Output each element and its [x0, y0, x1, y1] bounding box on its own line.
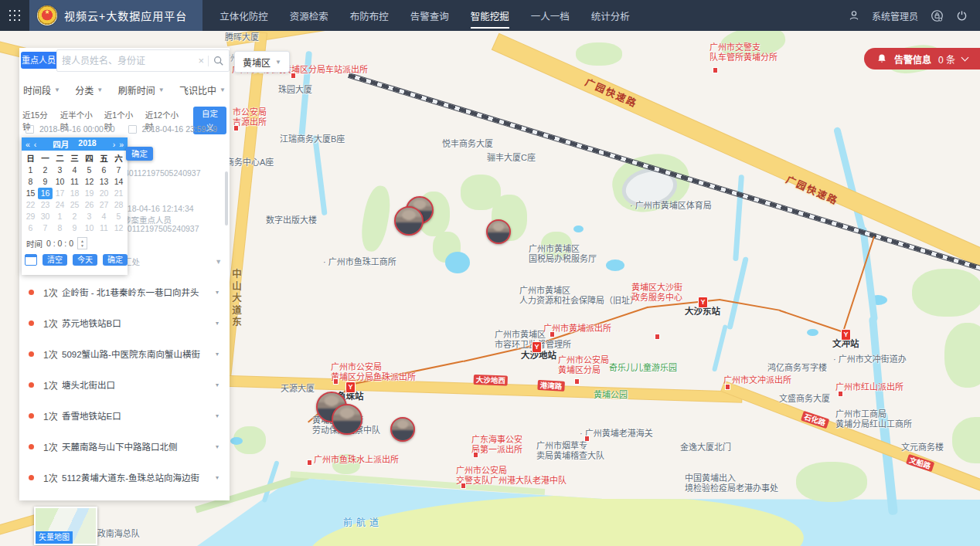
- nav-item-资源检索[interactable]: 资源检索: [290, 8, 328, 23]
- alert-bar[interactable]: 告警信息 0 条: [864, 48, 980, 70]
- person-face-marker[interactable]: [390, 417, 415, 442]
- calendar-day-cell[interactable]: 2: [38, 164, 53, 176]
- calendar-day-cell[interactable]: 2: [67, 211, 82, 222]
- calendar-day-cell[interactable]: 21: [111, 188, 126, 199]
- calendar-day-cell[interactable]: 16: [38, 188, 53, 199]
- nav-item-智能挖掘[interactable]: 智能挖掘: [471, 8, 509, 23]
- date-start-value[interactable]: 2018-04-16 00:00:00: [39, 124, 115, 134]
- nav-item-一人一档[interactable]: 一人一档: [531, 8, 570, 23]
- filter-飞识比中[interactable]: 飞识比中▼: [179, 83, 226, 97]
- calendar-day-cell[interactable]: 1: [23, 164, 38, 176]
- nav-item-告警查询[interactable]: 告警查询: [410, 8, 449, 23]
- calendar-day-cell[interactable]: 11: [97, 222, 111, 234]
- chevron-down-icon[interactable]: ▾: [216, 351, 219, 358]
- list-item[interactable]: 1次塘头北街出口▾: [19, 369, 230, 400]
- metro-station-icon[interactable]: Y: [698, 297, 708, 308]
- calendar-day-cell[interactable]: 1: [53, 211, 67, 222]
- calendar-confirm-button[interactable]: 确定: [126, 147, 153, 161]
- calendar-day-cell[interactable]: 9: [67, 222, 82, 234]
- date-end-value[interactable]: 2018-04-16 23:59:59: [142, 124, 218, 134]
- person-face-marker[interactable]: [486, 219, 511, 244]
- chevron-down-icon[interactable]: ▾: [216, 320, 219, 327]
- calendar-day-cell[interactable]: 12: [82, 176, 97, 188]
- person-type-tag[interactable]: 重点人员: [21, 52, 56, 69]
- calendar-day-cell[interactable]: 7: [38, 222, 53, 234]
- time-value[interactable]: 0 : 0 : 0: [46, 239, 73, 248]
- date-end-checkbox[interactable]: [128, 125, 137, 134]
- calendar-day-cell[interactable]: 14: [111, 176, 126, 188]
- calendar-day-cell[interactable]: 30: [38, 211, 53, 222]
- calendar-month[interactable]: 四月: [53, 138, 69, 150]
- poi-flag-icon[interactable]: [585, 436, 589, 441]
- filter-时间段[interactable]: 时间段▼: [23, 83, 60, 97]
- calendar-day-cell[interactable]: 17: [53, 188, 67, 199]
- calendar-grid-icon[interactable]: [25, 254, 37, 266]
- list-item[interactable]: 1次5112黄埔大道东-鱼珠总站向海边街（全）▾: [19, 462, 230, 493]
- calendar-day-cell[interactable]: 12: [111, 222, 126, 234]
- chevron-down-icon[interactable]: ▾: [216, 474, 219, 481]
- chevron-down-icon[interactable]: ▾: [216, 289, 219, 296]
- prev-month-button[interactable]: ‹: [34, 140, 37, 149]
- list-item[interactable]: 1次香雪地铁站E口▾: [19, 400, 230, 431]
- calendar-action-确定[interactable]: 确定: [103, 254, 128, 266]
- poi-flag-icon[interactable]: [291, 73, 295, 78]
- metro-station-icon[interactable]: Y: [532, 341, 542, 353]
- minimap-switcher[interactable]: 矢量地图: [34, 507, 97, 545]
- power-icon[interactable]: [956, 10, 968, 22]
- calendar-day-cell[interactable]: 22: [23, 199, 38, 211]
- nav-item-立体化防控[interactable]: 立体化防控: [219, 8, 268, 23]
- poi-flag-icon[interactable]: [334, 379, 338, 384]
- date-start-checkbox[interactable]: [26, 125, 34, 134]
- calendar-day-cell[interactable]: 3: [82, 211, 97, 222]
- poi-flag-icon[interactable]: [308, 460, 311, 465]
- calendar-day-cell[interactable]: 28: [111, 199, 126, 211]
- calendar-day-cell[interactable]: 8: [23, 176, 38, 188]
- poi-flag-icon[interactable]: [726, 385, 730, 389]
- prev-year-button[interactable]: «: [26, 140, 30, 149]
- calendar-day-cell[interactable]: 18: [67, 188, 82, 199]
- security-lock-icon[interactable]: [931, 9, 944, 22]
- district-dropdown[interactable]: 黄埔区 ▼: [234, 51, 290, 73]
- calendar-day-cell[interactable]: 27: [97, 199, 111, 211]
- calendar-day-cell[interactable]: 4: [97, 211, 111, 222]
- calendar-day-cell[interactable]: 25: [67, 199, 82, 211]
- calendar-action-清空[interactable]: 清空: [43, 254, 67, 266]
- calendar-day-cell[interactable]: 5: [82, 164, 97, 176]
- search-input[interactable]: [57, 56, 194, 66]
- poi-flag-icon[interactable]: [655, 334, 659, 339]
- calendar-day-cell[interactable]: 9: [38, 176, 53, 188]
- calendar-day-cell[interactable]: 8: [53, 222, 67, 234]
- clear-icon[interactable]: ×: [194, 55, 208, 66]
- panel-scrollbar[interactable]: [225, 171, 228, 226]
- list-item[interactable]: 1次苏元地铁站B口▾: [19, 307, 230, 338]
- calendar-day-cell[interactable]: 7: [111, 164, 126, 176]
- calendar-day-cell[interactable]: 20: [97, 188, 111, 199]
- user-name[interactable]: 系统管理员: [872, 9, 918, 22]
- person-face-marker[interactable]: [394, 206, 424, 236]
- minimap-label[interactable]: 矢量地图: [36, 531, 73, 544]
- poi-flag-icon[interactable]: [575, 379, 579, 384]
- next-year-button[interactable]: »: [119, 140, 124, 149]
- poi-flag-icon[interactable]: [474, 453, 478, 457]
- poi-flag-icon[interactable]: [461, 483, 465, 488]
- calendar-day-cell[interactable]: 10: [82, 222, 97, 234]
- chevron-down-icon[interactable]: ▾: [216, 443, 219, 450]
- list-item[interactable]: 1次天麓南路与山下中路路口北侧▾: [19, 431, 230, 462]
- calendar-year[interactable]: 2018: [78, 138, 96, 150]
- metro-station-icon[interactable]: Y: [345, 382, 356, 393]
- filter-分类[interactable]: 分类▼: [75, 83, 103, 97]
- calendar-day-cell[interactable]: 3: [53, 164, 67, 176]
- poi-flag-icon[interactable]: [713, 68, 717, 73]
- calendar-day-cell[interactable]: 15: [23, 188, 38, 199]
- search-icon[interactable]: [213, 56, 224, 66]
- person-face-marker[interactable]: [332, 404, 362, 435]
- chevron-down-icon[interactable]: [961, 54, 969, 62]
- list-item[interactable]: 1次企岭街 - 北1巷秦岭东一巷口向井头▾: [19, 276, 230, 307]
- list-item[interactable]: 1次5092蟹山路-中医院东南向蟹山横街▾: [19, 338, 230, 369]
- nav-item-布防布控[interactable]: 布防布控: [350, 8, 389, 23]
- calendar-day-cell[interactable]: 24: [53, 199, 67, 211]
- nav-item-统计分析[interactable]: 统计分析: [591, 8, 630, 23]
- app-grid-button[interactable]: [0, 0, 29, 31]
- chevron-down-icon[interactable]: ▾: [216, 382, 219, 388]
- calendar-day-cell[interactable]: 26: [82, 199, 97, 211]
